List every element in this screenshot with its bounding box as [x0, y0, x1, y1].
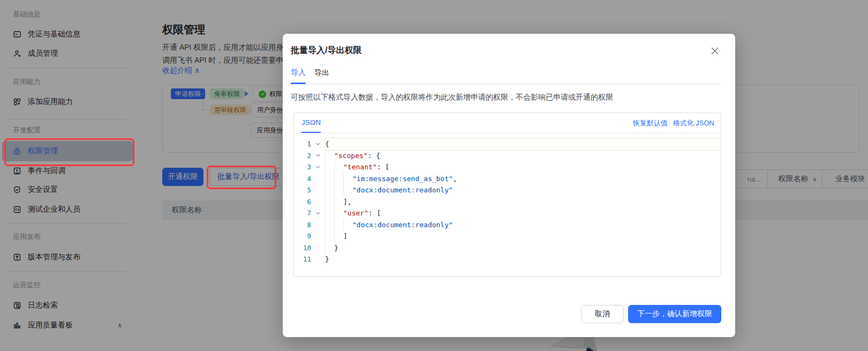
dialog-footer: 取消 下一步，确认新增权限: [581, 305, 721, 323]
code-text: "user": [: [325, 207, 721, 219]
indent-guide: [325, 207, 334, 219]
indent-guide: [334, 161, 343, 173]
app-root: 基础信息 凭证与基础信息 成员管理 应用能力 添加应用能力 开发配置 权限管理 …: [0, 0, 868, 351]
annotation-sidebar-permission: [4, 138, 134, 166]
fold-spacer: [311, 173, 325, 185]
code-line[interactable]: 10}: [294, 242, 721, 254]
indent-guide: [325, 230, 334, 242]
tab-export[interactable]: 导出: [314, 67, 329, 84]
line-number: 4: [294, 173, 311, 185]
annotation-batch-button: [207, 166, 276, 189]
indent-guide: [325, 219, 334, 231]
code-text: ]: [325, 230, 721, 242]
line-number: 6: [294, 196, 311, 208]
indent-guide: [325, 184, 334, 196]
fold-chevron-icon[interactable]: [311, 161, 325, 173]
indent-guide: [343, 173, 352, 185]
code-line[interactable]: 2"scopes": {: [294, 150, 721, 162]
fold-chevron-icon[interactable]: [311, 150, 325, 162]
fold-spacer: [311, 184, 325, 196]
code-line[interactable]: 5"docx:document:readonly": [294, 184, 721, 196]
indent-guide: [325, 196, 334, 208]
indent-guide: [325, 173, 334, 185]
line-number: 2: [294, 150, 311, 162]
indent-guide: [325, 161, 334, 173]
code-text: }: [325, 253, 721, 265]
indent-guide: [334, 230, 343, 242]
fold-chevron-icon[interactable]: [311, 207, 325, 219]
dialog-tabs: 导入 导出: [291, 67, 721, 84]
fold-chevron-icon[interactable]: [311, 138, 325, 150]
code-line[interactable]: 11}: [294, 253, 721, 265]
indent-guide: [325, 150, 334, 162]
line-number: 10: [294, 242, 311, 254]
code-line[interactable]: 1{: [294, 138, 721, 150]
fold-spacer: [311, 196, 325, 208]
code-text: ],: [325, 196, 721, 208]
code-text: "tenant": [: [325, 161, 721, 173]
json-editor-panel: JSON 恢复默认值 格式化 JSON 1{2"scopes": {3"tena…: [293, 113, 721, 277]
format-json-link[interactable]: 格式化 JSON: [673, 118, 714, 128]
import-format-description: 可按照以下格式导入数据，导入的权限将作为此次新增申请的权限，不会影响已申请或开通…: [291, 93, 613, 102]
code-text: "docx:document:readonly": [325, 219, 721, 231]
code-line[interactable]: 6],: [294, 196, 721, 208]
code-line[interactable]: 4"im:message:send_as_bot",: [294, 173, 721, 185]
code-text: }: [325, 242, 721, 254]
code-lines[interactable]: 1{2"scopes": {3"tenant": [4"im:message:s…: [294, 133, 721, 265]
editor-format-tab-json[interactable]: JSON: [301, 113, 321, 133]
code-line[interactable]: 3"tenant": [: [294, 161, 721, 173]
code-text: {: [325, 138, 721, 150]
line-number: 7: [294, 207, 311, 219]
code-text: "im:message:send_as_bot",: [325, 173, 721, 185]
code-text: "scopes": {: [325, 150, 721, 162]
indent-guide: [334, 219, 343, 231]
batch-import-export-dialog: 批量导入/导出权限 导入 导出 可按照以下格式导入数据，导入的权限将作为此次新增…: [283, 34, 735, 337]
restore-default-link[interactable]: 恢复默认值: [633, 118, 668, 128]
editor-header: JSON 恢复默认值 格式化 JSON: [294, 113, 721, 133]
dialog-title: 批量导入/导出权限: [291, 45, 361, 56]
close-icon[interactable]: [710, 46, 720, 56]
fold-spacer: [311, 253, 325, 265]
indent-guide: [334, 184, 343, 196]
line-number: 5: [294, 184, 311, 196]
code-text: "docx:document:readonly": [325, 184, 721, 196]
indent-guide: [334, 196, 343, 208]
indent-guide: [343, 184, 352, 196]
line-number: 3: [294, 161, 311, 173]
indent-guide: [334, 173, 343, 185]
confirm-next-button[interactable]: 下一步，确认新增权限: [628, 305, 721, 323]
code-line[interactable]: 8"docx:document:readonly": [294, 219, 721, 231]
code-line[interactable]: 9]: [294, 230, 721, 242]
cancel-button[interactable]: 取消: [581, 305, 624, 323]
line-number: 9: [294, 230, 311, 242]
fold-spacer: [311, 219, 325, 231]
fold-spacer: [311, 242, 325, 254]
code-line[interactable]: 7"user": [: [294, 207, 721, 219]
fold-spacer: [311, 230, 325, 242]
line-number: 8: [294, 219, 311, 231]
indent-guide: [325, 242, 334, 254]
tab-import[interactable]: 导入: [291, 67, 306, 84]
indent-guide: [334, 207, 343, 219]
line-number: 11: [294, 253, 311, 265]
indent-guide: [343, 219, 352, 231]
line-number: 1: [294, 138, 311, 150]
